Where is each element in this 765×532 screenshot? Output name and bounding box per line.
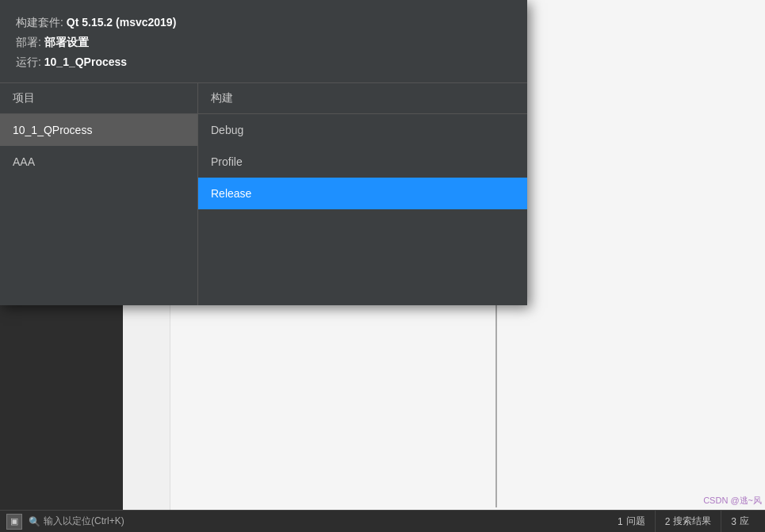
- kit-line: 构建套件: Qt 5.15.2 (msvc2019): [16, 13, 511, 33]
- tab-1-num: 1: [618, 516, 623, 527]
- panel-icon-symbol: ▣: [10, 516, 18, 526]
- kit-dropdown: 构建套件: Qt 5.15.2 (msvc2019) 部署: 部署设置 运行: …: [0, 0, 527, 305]
- build-item-profile[interactable]: Profile: [198, 146, 527, 178]
- status-tab-problems[interactable]: 1 问题: [608, 511, 655, 533]
- tab-3-num: 3: [731, 516, 736, 527]
- status-tabs: 1 问题 2 搜索结果 3 应: [608, 511, 765, 533]
- status-tab-search[interactable]: 2 搜索结果: [655, 511, 721, 533]
- builds-header: 构建: [198, 83, 527, 114]
- tab-1-label: 问题: [626, 515, 645, 528]
- run-value: 10_1_QProcess: [44, 55, 127, 68]
- projects-column: 项目 10_1_QProcess AAA: [0, 83, 198, 305]
- kit-label: 构建套件:: [16, 16, 63, 29]
- tab-2-num: 2: [665, 516, 671, 527]
- search-icon: 🔍: [29, 516, 40, 527]
- status-left: ▣: [0, 514, 22, 530]
- run-label: 运行:: [16, 55, 41, 68]
- run-line: 运行: 10_1_QProcess: [16, 52, 511, 72]
- tab-2-label: 搜索结果: [673, 515, 711, 528]
- builds-column: 构建 Debug Profile Release: [198, 83, 527, 305]
- app-container: 10_1_...ocess ▶ Release: [0, 0, 765, 532]
- panel-toggle-icon[interactable]: ▣: [6, 514, 22, 530]
- project-item-0[interactable]: 10_1_QProcess: [0, 114, 197, 146]
- dropdown-body: 项目 10_1_QProcess AAA 构建 Debug Profile Re…: [0, 83, 527, 305]
- build-item-release[interactable]: Release: [198, 178, 527, 209]
- kit-value: Qt 5.15.2 (msvc2019): [67, 16, 177, 29]
- status-tab-apply[interactable]: 3 应: [721, 511, 759, 533]
- dropdown-header: 构建套件: Qt 5.15.2 (msvc2019) 部署: 部署设置 运行: …: [0, 0, 527, 83]
- projects-header: 项目: [0, 83, 197, 114]
- status-bar: ▣ 🔍 输入以定位(Ctrl+K) 1 问题 2 搜索结果 3 应: [0, 510, 765, 532]
- search-bar[interactable]: 🔍 输入以定位(Ctrl+K): [22, 515, 608, 528]
- deploy-label: 部署:: [16, 36, 41, 48]
- project-item-1[interactable]: AAA: [0, 146, 197, 178]
- tab-3-label: 应: [740, 515, 749, 528]
- deploy-value: 部署设置: [44, 36, 89, 48]
- deploy-line: 部署: 部署设置: [16, 33, 511, 52]
- watermark: CSDN @逃~风: [703, 495, 762, 507]
- search-placeholder: 输入以定位(Ctrl+K): [44, 515, 124, 528]
- build-item-debug[interactable]: Debug: [198, 114, 527, 146]
